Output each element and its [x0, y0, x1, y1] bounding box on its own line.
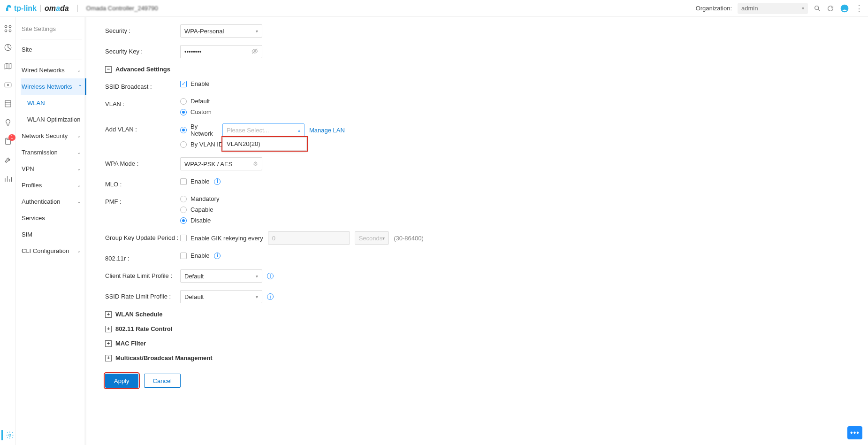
- sidebar-sub-wlan-optimization[interactable]: WLAN Optimization: [21, 111, 82, 128]
- advanced-settings-toggle[interactable]: − Advanced Settings: [105, 66, 868, 73]
- by-network-radio[interactable]: By Network: [180, 123, 218, 137]
- chevron-down-icon: ⌄: [77, 199, 81, 204]
- network-select[interactable]: Please Select... ▴: [222, 123, 305, 137]
- sidebar-label: Wireless Networks: [22, 83, 72, 90]
- info-icon[interactable]: i: [214, 253, 221, 259]
- chevron-down-icon: ▾: [256, 274, 258, 279]
- form-footer: Apply Cancel: [105, 374, 868, 388]
- manage-lan-link[interactable]: Manage LAN: [309, 127, 345, 134]
- cancel-button[interactable]: Cancel: [144, 374, 181, 388]
- pmf-disable-radio[interactable]: Disable: [180, 217, 219, 224]
- chevron-down-icon: ⌄: [77, 183, 81, 188]
- sidebar-item-network-security[interactable]: Network Security⌄: [21, 128, 82, 144]
- header-left: tp-link omada Omada Controller_249790: [5, 4, 158, 13]
- collapse-icon: −: [105, 66, 112, 73]
- sidebar-sub-wlan[interactable]: WLAN: [21, 95, 82, 111]
- search-icon[interactable]: [814, 5, 821, 12]
- rail-dashboard-icon[interactable]: [4, 24, 12, 33]
- sidebar-item-wireless-networks[interactable]: Wireless Networks⌃: [21, 78, 86, 95]
- network-option-vlan20[interactable]: VLAN20(20): [223, 138, 306, 150]
- rail-statistics-icon[interactable]: [4, 43, 12, 52]
- security-key-label: Security Key :: [105, 45, 180, 55]
- ssid-broadcast-checkbox[interactable]: Enable: [180, 80, 209, 87]
- ssid-rate-limit-select[interactable]: Default▾: [180, 290, 262, 303]
- tplink-logo: tp-link: [5, 4, 37, 13]
- mlo-checkbox[interactable]: Enable: [180, 178, 209, 185]
- sidebar-item-profiles[interactable]: Profiles⌄: [21, 177, 82, 193]
- sidebar-item-wired-networks[interactable]: Wired Networks⌄: [21, 62, 82, 78]
- rail-clients-icon[interactable]: [4, 100, 12, 108]
- option-label: Custom: [190, 108, 212, 115]
- sidebar-item-transmission[interactable]: Transmission⌄: [21, 144, 82, 161]
- section-label: 802.11 Rate Control: [115, 325, 172, 332]
- select-value: Default: [184, 273, 204, 280]
- apply-button[interactable]: Apply: [105, 374, 138, 388]
- security-select[interactable]: WPA-Personal ▾: [180, 24, 262, 38]
- logo-divider-2: [77, 5, 78, 12]
- rail-logs-icon[interactable]: 1: [4, 137, 12, 146]
- gik-value: 0: [272, 235, 275, 242]
- network-select-menu: VLAN20(20): [222, 137, 307, 151]
- refresh-icon[interactable]: [827, 5, 834, 12]
- chevron-down-icon: ▾: [256, 29, 258, 34]
- rate-control-toggle[interactable]: +802.11 Rate Control: [105, 325, 868, 332]
- client-rate-limit-label: Client Rate Limit Profile :: [105, 269, 180, 279]
- vlan-custom-radio[interactable]: Custom: [180, 108, 212, 115]
- pmf-label: PMF :: [105, 195, 180, 205]
- pmf-mandatory-radio[interactable]: Mandatory: [180, 195, 219, 202]
- sidebar-label: Services: [22, 215, 45, 222]
- wpa-mode-select[interactable]: WPA2-PSK / AES ⚙: [180, 157, 262, 170]
- rail-reports-icon[interactable]: [4, 175, 12, 183]
- security-key-input[interactable]: ••••••••: [180, 45, 262, 58]
- wlan-form: Security : WPA-Personal ▾ Security Key :…: [86, 17, 868, 445]
- user-avatar-icon[interactable]: [840, 4, 849, 13]
- sidebar-item-services[interactable]: Services: [21, 210, 82, 226]
- organization-select[interactable]: admin ▾: [738, 3, 808, 14]
- sidebar-heading-site-settings: Site Settings: [21, 21, 82, 37]
- pmf-capable-radio[interactable]: Capable: [180, 206, 219, 213]
- sidebar-item-site[interactable]: Site: [21, 41, 82, 58]
- rail-devices-icon[interactable]: [4, 81, 12, 89]
- svg-point-6: [5, 30, 7, 32]
- info-icon[interactable]: i: [214, 178, 221, 185]
- info-icon[interactable]: i: [267, 293, 274, 300]
- radio-icon: [180, 141, 187, 148]
- svg-rect-9: [5, 83, 11, 87]
- settings-sidebar: Site Settings Site Wired Networks⌄ Wirel…: [16, 17, 86, 445]
- gik-rekey-checkbox[interactable]: Enable GIK rekeying every: [180, 235, 263, 242]
- option-label: Mandatory: [190, 195, 219, 202]
- group-key-update-label: Group Key Update Period :: [105, 231, 180, 241]
- gik-unit: Seconds: [359, 235, 383, 242]
- rail-settings-icon[interactable]: [1, 430, 14, 440]
- organization-value: admin: [741, 5, 758, 12]
- rail-insight-icon[interactable]: [4, 118, 12, 127]
- 80211r-checkbox[interactable]: Enable: [180, 252, 209, 259]
- option-label: By VLAN ID: [190, 141, 223, 148]
- wlan-schedule-toggle[interactable]: +WLAN Schedule: [105, 311, 868, 318]
- omada-logo: omada: [45, 4, 69, 13]
- radio-icon: [180, 196, 187, 202]
- client-rate-limit-select[interactable]: Default▾: [180, 269, 262, 283]
- rail-badge: 1: [8, 134, 16, 141]
- sidebar-item-vpn[interactable]: VPN⌄: [21, 161, 82, 177]
- chat-bubble-icon[interactable]: •••: [847, 426, 862, 439]
- sidebar-item-cli-configuration[interactable]: CLI Configuration⌄: [21, 243, 82, 259]
- rail-map-icon[interactable]: [4, 62, 12, 70]
- rail-tools-icon[interactable]: [4, 156, 12, 164]
- sidebar-item-authentication[interactable]: Authentication⌄: [21, 193, 82, 210]
- more-menu-icon[interactable]: ⋮: [855, 3, 863, 14]
- sidebar-label: Wired Networks: [22, 67, 65, 74]
- option-label: Capable: [190, 206, 213, 213]
- sidebar-item-sim[interactable]: SIM: [21, 226, 82, 243]
- mac-filter-toggle[interactable]: +MAC Filter: [105, 340, 868, 347]
- security-label: Security :: [105, 24, 180, 34]
- vlan-default-radio[interactable]: Default: [180, 98, 212, 105]
- by-vlan-id-radio[interactable]: By VLAN ID: [180, 141, 227, 148]
- chevron-down-icon: ⌄: [77, 68, 81, 73]
- chevron-down-icon: ⌄: [77, 150, 81, 155]
- add-vlan-label: Add VLAN :: [105, 123, 180, 133]
- multicast-toggle[interactable]: +Multicast/Broadcast Management: [105, 354, 868, 361]
- radio-icon: [180, 109, 187, 115]
- info-icon[interactable]: i: [267, 273, 274, 279]
- eye-toggle-icon[interactable]: [251, 48, 258, 56]
